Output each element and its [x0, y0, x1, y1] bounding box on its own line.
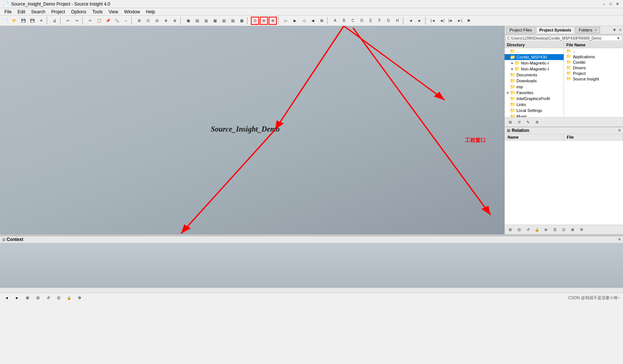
- menu-search[interactable]: Search: [28, 9, 48, 15]
- tb-c3[interactable]: ▥: [202, 17, 210, 25]
- relation-close-btn[interactable]: ×: [618, 128, 621, 133]
- tb-redo[interactable]: ↪: [73, 17, 81, 25]
- tb-d3[interactable]: ◁: [300, 17, 308, 25]
- menu-view[interactable]: View: [106, 9, 121, 15]
- tb-print[interactable]: 🖨: [50, 17, 59, 25]
- rel-tb4[interactable]: 🔒: [533, 226, 541, 234]
- dir-item-nonmag2[interactable]: ► 📁 Non-Magnetic-I: [505, 66, 564, 72]
- panel-close-btn[interactable]: ×: [619, 27, 622, 33]
- horizontal-scrollbar[interactable]: [0, 288, 623, 293]
- tb-close[interactable]: ✕: [37, 17, 45, 25]
- file-item-applications[interactable]: 📁 Applications: [564, 54, 623, 59]
- status-btn8[interactable]: ⚙: [76, 294, 83, 301]
- tb-c2[interactable]: ▤: [193, 17, 201, 25]
- tb-h1[interactable]: ⊙: [251, 17, 259, 25]
- tb-f5[interactable]: ✖: [465, 17, 473, 25]
- tb-e3[interactable]: C: [349, 17, 357, 25]
- menu-edit[interactable]: Edit: [14, 9, 28, 15]
- context-close-btn[interactable]: ×: [618, 237, 621, 242]
- tb-save2[interactable]: 💾: [28, 17, 36, 25]
- rel-tb1[interactable]: ⊞: [506, 226, 514, 234]
- tb-c4[interactable]: ▦: [211, 17, 219, 25]
- editor-area[interactable]: Source_Insight_Demo: [0, 26, 504, 234]
- tb-replace[interactable]: ↔: [122, 17, 130, 25]
- rel-tb5[interactable]: ⊕: [542, 226, 550, 234]
- status-btn4[interactable]: ⊟: [34, 294, 42, 301]
- tb-c6[interactable]: ▨: [229, 17, 237, 25]
- tb-f2[interactable]: ◄|: [438, 17, 446, 25]
- tb-e7[interactable]: G: [384, 17, 393, 25]
- tb-e2[interactable]: B: [340, 17, 348, 25]
- tb-f1[interactable]: |◄: [429, 17, 437, 25]
- rel-tb6[interactable]: ☰: [551, 226, 559, 234]
- maximize-button[interactable]: □: [608, 1, 613, 7]
- status-btn3[interactable]: ⊞: [24, 294, 31, 301]
- tb-b1[interactable]: ⊞: [135, 17, 143, 25]
- dir-item-esp[interactable]: 📁 esp: [505, 84, 564, 90]
- tb-f3[interactable]: |►: [447, 17, 455, 25]
- tb-nav-fwd[interactable]: ►: [416, 17, 424, 25]
- status-btn7[interactable]: 🔒: [65, 294, 73, 301]
- tb-f4[interactable]: ►|: [456, 17, 464, 25]
- file-item-contiki[interactable]: 📁 Contiki: [564, 59, 623, 65]
- tb-nav-back[interactable]: ◄: [407, 17, 415, 25]
- tb-e1[interactable]: A: [331, 17, 339, 25]
- dir-item-music[interactable]: 📁 Music: [505, 113, 564, 117]
- minimize-button[interactable]: –: [601, 1, 607, 7]
- file-item-sourceinsight[interactable]: 📁 Source Insight: [564, 76, 623, 82]
- fb-btn4[interactable]: ⚙: [533, 118, 541, 126]
- status-btn1[interactable]: ◄: [3, 294, 10, 301]
- tb-e4[interactable]: D: [358, 17, 366, 25]
- menu-file[interactable]: File: [1, 9, 14, 15]
- fb-btn3[interactable]: ✎: [524, 118, 532, 126]
- tb-undo[interactable]: ↩: [64, 17, 72, 25]
- file-item-parent[interactable]: 📁 ..: [564, 48, 623, 54]
- tb-d1[interactable]: ▷: [282, 17, 290, 25]
- status-btn5[interactable]: ↺: [45, 294, 52, 301]
- rel-tb2[interactable]: ⊟: [515, 226, 523, 234]
- tb-e6[interactable]: F: [376, 17, 384, 25]
- tb-h3[interactable]: ⊛: [269, 17, 277, 25]
- path-dropdown-btn[interactable]: ▼: [616, 36, 620, 40]
- rel-tb3[interactable]: ↺: [524, 226, 532, 234]
- tb-cut[interactable]: ✂: [86, 17, 94, 25]
- menu-options[interactable]: Options: [68, 9, 89, 15]
- tab-folders-x[interactable]: ×: [594, 28, 597, 32]
- tb-b2[interactable]: ⊡: [144, 17, 152, 25]
- rel-tb8[interactable]: ⊠: [568, 226, 577, 234]
- dir-item-favorites[interactable]: ► 📁 Favorites: [505, 90, 564, 96]
- file-item-project[interactable]: 📁 Project: [564, 70, 623, 76]
- file-item-drivers[interactable]: 📁 Drivers: [564, 65, 623, 70]
- tb-d5[interactable]: ⊠: [318, 17, 326, 25]
- menu-project[interactable]: Project: [48, 9, 68, 15]
- dir-item-parent[interactable]: 📁 ..: [505, 48, 564, 54]
- tb-h2[interactable]: ⊚: [260, 17, 268, 25]
- tb-new[interactable]: 📄: [1, 17, 10, 25]
- status-btn2[interactable]: ►: [13, 294, 21, 301]
- tb-b4[interactable]: ⊕: [162, 17, 170, 25]
- tb-find[interactable]: 🔍: [113, 17, 121, 25]
- tb-d2[interactable]: ▶: [291, 17, 299, 25]
- menu-help[interactable]: Help: [143, 9, 158, 15]
- tb-e5[interactable]: E: [367, 17, 375, 25]
- fb-btn1[interactable]: ⊞: [506, 118, 514, 126]
- close-button[interactable]: ✕: [615, 1, 620, 7]
- dir-item-documents[interactable]: 📁 Documents: [505, 72, 564, 78]
- dir-item-nonmag1[interactable]: ► 📁 Non-Magnetic-I: [505, 60, 564, 66]
- tab-project-symbols[interactable]: Project Symbols: [536, 27, 575, 33]
- dir-item-links[interactable]: 📁 Links: [505, 102, 564, 107]
- dir-item-contiki[interactable]: ▼ 📁 Contiki_MSP430: [505, 54, 564, 60]
- tb-open[interactable]: 📂: [10, 17, 19, 25]
- rel-tb7[interactable]: ⊡: [560, 226, 568, 234]
- menu-window[interactable]: Window: [121, 9, 143, 15]
- tb-copy[interactable]: 📋: [95, 17, 103, 25]
- dir-item-localsettings[interactable]: 📁 Local Settings: [505, 107, 564, 113]
- tab-folders[interactable]: Folders ×: [576, 27, 600, 33]
- fb-btn2[interactable]: ↺: [515, 118, 523, 126]
- dir-item-downloads[interactable]: 📁 Downloads: [505, 78, 564, 84]
- tb-paste[interactable]: 📌: [104, 17, 112, 25]
- dir-item-intel[interactable]: 📁 IntelGraphicsProfil: [505, 96, 564, 102]
- tb-c7[interactable]: ▩: [237, 17, 246, 25]
- tab-project-files[interactable]: Project Files: [506, 27, 535, 33]
- tb-b3[interactable]: ⊟: [153, 17, 161, 25]
